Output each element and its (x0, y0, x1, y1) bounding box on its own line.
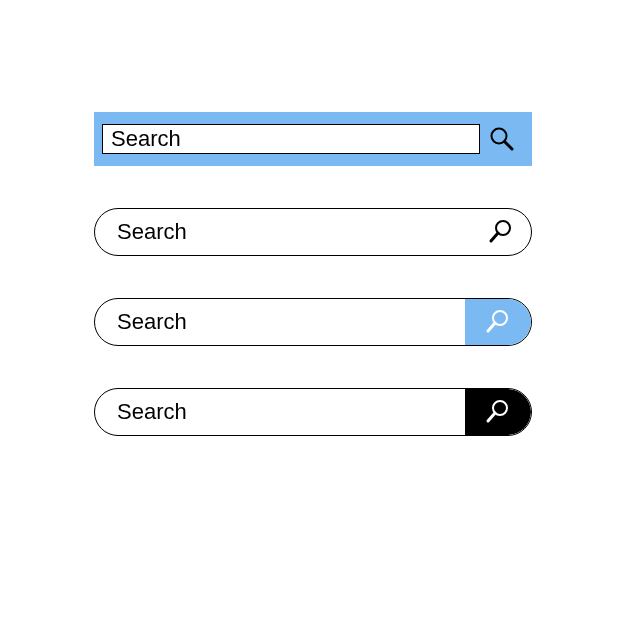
search-bar-rectangular-blue: Search (94, 112, 532, 166)
svg-line-1 (505, 142, 513, 150)
magnifier-icon (485, 309, 511, 335)
search-bar-pill-blue-cap[interactable]: Search (94, 298, 532, 346)
search-button[interactable] (465, 299, 531, 345)
magnifier-icon (489, 126, 515, 152)
svg-line-7 (488, 413, 495, 421)
search-placeholder: Search (117, 309, 465, 335)
search-input[interactable]: Search (102, 124, 480, 154)
svg-line-3 (491, 233, 498, 241)
search-button[interactable] (465, 389, 531, 435)
magnifier-icon (485, 399, 511, 425)
search-button[interactable] (481, 219, 521, 245)
search-bar-pill-black-cap[interactable]: Search (94, 388, 532, 436)
search-bar-pill-plain[interactable]: Search (94, 208, 532, 256)
magnifier-icon (488, 219, 514, 245)
search-button[interactable] (480, 120, 524, 158)
search-placeholder: Search (117, 219, 481, 245)
svg-line-5 (488, 323, 495, 331)
search-placeholder: Search (117, 399, 465, 425)
search-placeholder: Search (111, 126, 181, 152)
